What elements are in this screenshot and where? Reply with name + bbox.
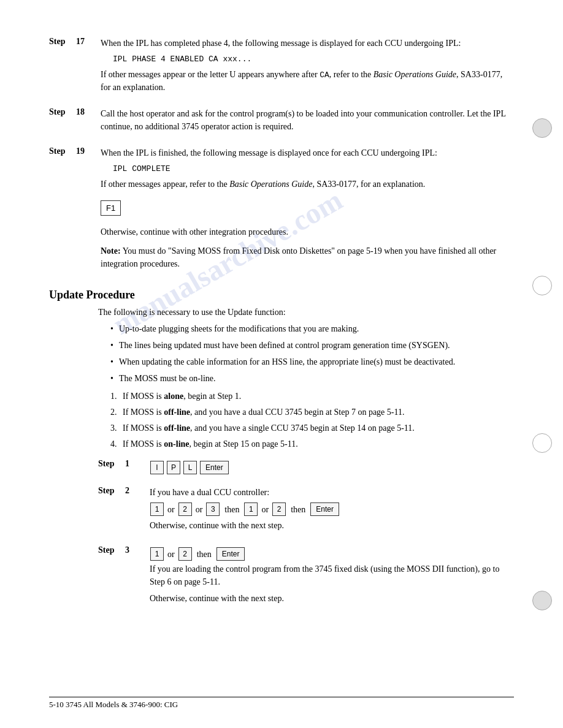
step3-then: then (197, 548, 212, 561)
page-footer: 5-10 3745 All Models & 3746-900: CIG (49, 697, 514, 710)
step3-keys: 1 or 2 then Enter (150, 547, 514, 561)
key-1a[interactable]: 1 (150, 502, 164, 516)
page: manualsarchive.com Step 17 When the IPL … (0, 0, 563, 728)
key-L[interactable]: L (183, 461, 197, 474)
update-step-2-row: Step 2 If you have a dual CCU controller… (98, 486, 514, 536)
step-18-text: Call the host operator and ask for the c… (101, 107, 514, 133)
f1-key[interactable]: F1 (101, 200, 121, 216)
step-19-num: 19 (76, 146, 94, 156)
step-17-label: Step (49, 37, 74, 47)
f1-key-container: F1 (101, 195, 514, 221)
update-intro: The following is necessary to use the Up… (98, 308, 514, 317)
bullet-1: Up-to-date plugging sheets for the modif… (110, 322, 514, 335)
update-step-1-num: 1 (125, 459, 144, 469)
numbered-2: 2. If MOSS is off-line, and you have a d… (110, 406, 514, 419)
key-1b[interactable]: 1 (244, 502, 258, 516)
key-3a[interactable]: 3 (206, 502, 220, 516)
bullet-2: The lines being updated must have been d… (110, 339, 514, 352)
step-17-row: Step 17 When the IPL has completed phase… (49, 37, 514, 97)
step2-keys: 1 or 2 or 3 then 1 or 2 then Enter (150, 502, 514, 516)
step-18-num: 18 (76, 107, 94, 117)
step2-then-2: then (291, 503, 305, 516)
circle-2 (532, 276, 552, 295)
step3-text: If you are loading the control program f… (150, 563, 514, 588)
key-2a[interactable]: 2 (178, 502, 192, 516)
update-step-3-label: Step (98, 545, 123, 555)
bullet-4: The MOSS must be on-line. (110, 372, 514, 385)
update-procedure-section: Update Procedure The following is necess… (49, 289, 514, 609)
numbered-1: 1. If MOSS is alone, begin at Step 1. (110, 390, 514, 403)
step-19-text1: When the IPL is finished, the following … (101, 146, 514, 159)
circle-4 (532, 591, 552, 610)
numbered-3: 3. If MOSS is off-line, and you have a s… (110, 422, 514, 434)
key-2b[interactable]: 2 (272, 502, 286, 516)
section-title: Update Procedure (49, 289, 514, 301)
update-section-body: The following is necessary to use the Up… (98, 308, 514, 609)
step2-or-2: or (196, 503, 203, 516)
update-bullets: Up-to-date plugging sheets for the modif… (110, 322, 514, 385)
step-18-content: Call the host operator and ask for the c… (101, 107, 514, 137)
step2-or-1: or (167, 503, 175, 516)
step-19-note: Note: You must do "Saving MOSS from Fixe… (101, 245, 514, 270)
update-step-3-num: 3 (125, 545, 144, 555)
key-2c[interactable]: 2 (178, 547, 192, 561)
update-numbered-list: 1. If MOSS is alone, begin at Step 1. 2.… (110, 390, 514, 450)
step-18-label: Step (49, 107, 74, 117)
step-17-content: When the IPL has completed phase 4, the … (101, 37, 514, 97)
key-I[interactable]: I (150, 461, 164, 474)
update-step-1-row: Step 1 I P L Enter (98, 459, 514, 476)
step2-or-3: or (261, 503, 269, 516)
step-19-text2: If other messages appear, refer to the B… (101, 178, 514, 191)
update-step-2-content: If you have a dual CCU controller: 1 or … (150, 486, 514, 536)
step-17-num: 17 (76, 37, 94, 47)
step2-text: If you have a dual CCU controller: (150, 486, 514, 499)
step1-keys: I P L Enter (150, 461, 514, 474)
key-Enter2[interactable]: Enter (310, 502, 339, 516)
key-Enter[interactable]: Enter (200, 461, 229, 474)
numbered-4: 4. If MOSS is on-line, begin at Step 15 … (110, 438, 514, 450)
step-17-text2: If other messages appear or the letter U… (101, 68, 514, 94)
update-step-3-content: 1 or 2 then Enter If you are loading the… (150, 545, 514, 609)
update-step-2-label: Step (98, 486, 123, 496)
step-19-label: Step (49, 146, 74, 156)
step-19-otherwise: Otherwise, continue with other integrati… (101, 226, 514, 238)
step2-then-1: then (224, 503, 239, 516)
update-step-2-num: 2 (125, 486, 144, 496)
step-17-code: IPL PHASE 4 ENABLED CA xxx... (113, 53, 514, 66)
step-18-row: Step 18 Call the host operator and ask f… (49, 107, 514, 137)
update-step-1-content: I P L Enter (150, 459, 514, 476)
step3-otherwise: Otherwise, continue with the next step. (150, 592, 514, 605)
right-margin-circles (532, 0, 552, 728)
footer-text: 5-10 3745 All Models & 3746-900: CIG (49, 700, 178, 709)
step3-or: or (167, 548, 175, 561)
step2-otherwise: Otherwise, continue with the next step. (150, 519, 514, 532)
key-1c[interactable]: 1 (150, 547, 164, 561)
bullet-3: When updating the cable information for … (110, 355, 514, 368)
key-P[interactable]: P (167, 461, 180, 474)
step-17-text1: When the IPL has completed phase 4, the … (101, 37, 514, 50)
update-step-1-label: Step (98, 459, 123, 469)
step-19-row: Step 19 When the IPL is finished, the fo… (49, 146, 514, 274)
key-Enter3[interactable]: Enter (216, 547, 245, 561)
step-19-code: IPL COMPLETE (113, 163, 514, 175)
update-step-3-row: Step 3 1 or 2 then Enter If you are load… (98, 545, 514, 609)
circle-3 (532, 433, 552, 453)
circle-1 (532, 118, 552, 138)
step-19-content: When the IPL is finished, the following … (101, 146, 514, 274)
